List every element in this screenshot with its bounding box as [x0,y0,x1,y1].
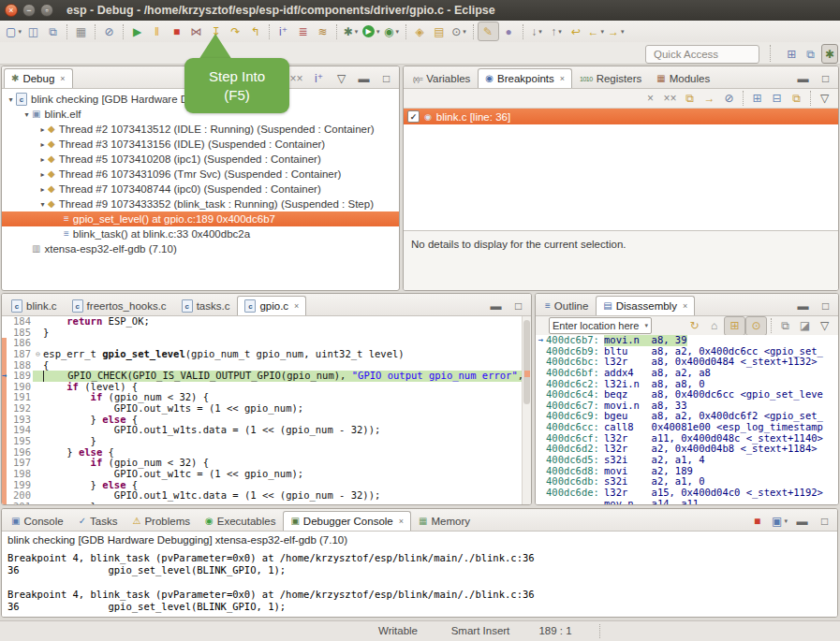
close-tab-icon[interactable]: × [560,74,565,83]
disassembly-line[interactable]: 400dc6bf:addx4 a8, a2, a8 [536,368,838,379]
tab-executables[interactable]: ◉Executables [198,511,283,531]
view-menu-icon[interactable]: ▽ [332,69,351,87]
open-resource-icon[interactable]: ▤ [430,22,449,40]
search-dropdown-icon[interactable]: ▾ [463,28,466,35]
remove-selected-breakpoints-icon[interactable]: × [641,90,660,108]
code-line[interactable]: 198 GPIO.out_w1tc = (1 << gpio_num); [2,469,522,480]
window-maximize-button[interactable]: ▫ [40,4,53,17]
tree-expander-icon[interactable]: ▸ [37,155,48,164]
maximize-icon[interactable]: □ [816,69,835,87]
instruction-stepping-mode-icon[interactable]: i⁺ [309,69,329,87]
code-text[interactable]: } [43,328,522,339]
maximize-icon[interactable]: □ [508,297,528,314]
tab-tasks[interactable]: ✓Tasks [71,511,125,531]
show-annotations-icon[interactable]: ● [499,22,519,40]
minimize-icon[interactable]: ▬ [793,297,813,314]
close-tab-icon[interactable]: × [683,301,687,311]
tree-expander-icon[interactable]: ▸ [37,125,48,134]
collapse-all-icon[interactable]: ⊟ [767,90,787,108]
disassembly-line[interactable]: 400dc6d5:s32i a2, a1, 4 [536,455,838,466]
close-tab-icon[interactable]: × [294,301,299,311]
code-line[interactable]: 201 } [2,502,522,504]
close-tab-icon[interactable]: × [399,517,404,526]
tree-expander-icon[interactable]: ▸ [37,185,48,194]
tab-disassembly[interactable]: ▤Disassembly× [596,296,695,315]
external-tools-dropdown-icon[interactable]: ▾ [396,28,400,35]
minimize-icon[interactable]: ▬ [354,69,374,87]
stack-frame-row-selected[interactable]: ≡gpio_set_level() at gpio.c:189 0x400dc6… [2,211,399,226]
tree-expander-icon[interactable]: ▾ [37,200,48,209]
debug-perspective-button[interactable]: ✱ [821,44,838,64]
resume-icon[interactable]: ▶ [127,22,147,40]
tab-debug[interactable]: ✱Debug× [4,68,73,88]
open-type-icon[interactable]: ◈ [410,22,430,40]
show-breakpoints-for-selection-icon[interactable]: ⧉ [680,90,700,108]
minimize-icon[interactable]: ▬ [792,512,812,530]
search-icon[interactable]: ⊙▾ [449,22,469,40]
tab-problems[interactable]: ⚠Problems [125,511,198,531]
link-with-debug-view-icon[interactable]: ⧉ [787,90,806,108]
change-annotation-marker[interactable] [524,371,530,377]
fold-marker-icon[interactable]: ⊖ [33,349,43,360]
code-text[interactable]: } [43,502,522,504]
disassembly-listing[interactable]: →400dc6b7:movi.n a8, 39400dc6b9:bltu a8,… [536,335,838,504]
previous-annotation-icon[interactable]: ↑▾ [547,22,567,40]
tree-expander-icon[interactable]: ▾ [22,110,32,119]
breakpoint-checkbox[interactable]: ✓ [407,110,420,123]
new-wizard-icon[interactable]: ▢▾ [4,22,23,40]
show-opcodes-icon[interactable]: ⊞ [724,316,745,336]
code-line[interactable]: 185} [2,328,522,339]
console-output[interactable]: Breakpoint 4, blink_task (pvParameter=0x… [2,552,837,617]
line-number[interactable]: 198 [7,469,33,480]
skip-all-breakpoints-icon[interactable]: ⊘ [99,22,119,40]
disassembly-line[interactable]: 400dc6de:l32r a15, 0x400d04c0 <_stext+11… [536,488,838,499]
line-number[interactable]: 187 [7,349,33,360]
view-menu-icon[interactable]: ▽ [815,90,834,108]
code-text[interactable]: return ESP_OK; [43,316,522,328]
new-wizard-dropdown-icon[interactable]: ▾ [18,28,22,35]
code-editor[interactable]: 184 return ESP_OK;185}186187⊖esp_err_t g… [2,316,522,504]
disassembly-line-current[interactable]: →400dc6b7:movi.n a8, 39 [536,335,838,346]
debug-tree-row[interactable]: ≡blink_task() at blink.c:33 0x400dbc2a [2,226,399,241]
terminate-icon[interactable]: ■ [167,22,186,40]
maximize-icon[interactable]: □ [815,512,834,530]
maximize-icon[interactable]: □ [816,297,835,314]
remove-all-terminated-icon[interactable]: ×× [287,69,306,87]
debug-history-dropdown-icon[interactable]: ▾ [355,28,359,35]
tree-expander-icon[interactable]: ▸ [37,170,48,179]
terminate-console-icon[interactable]: ■ [747,512,767,530]
refresh-view-icon[interactable]: ↻ [685,317,704,335]
code-line[interactable]: 184 return ESP_OK; [2,316,522,328]
step-return-icon[interactable]: ↰ [245,22,265,40]
back-dropdown-icon[interactable]: ▾ [601,28,605,35]
scrollbar-thumb[interactable] [523,320,530,404]
line-number[interactable]: 201 [7,502,33,504]
remove-all-breakpoints-icon[interactable]: ×× [660,90,680,108]
code-text[interactable]: } [43,436,522,447]
tab-gpio-c[interactable]: cgpio.c× [237,296,306,315]
location-combo[interactable]: Enter location here ▾ [549,317,652,334]
code-line[interactable]: 187⊖esp_err_t gpio_set_level(gpio_num_t … [2,349,522,360]
go-to-file-for-breakpoint-icon[interactable]: → [700,90,719,108]
tab-tasks-c[interactable]: ctasks.c [174,296,238,315]
debug-tree-row[interactable]: ▸◆Thread #6 1073431096 (Tmr Svc) (Suspen… [2,167,399,182]
toggle-mark-occurrences-icon[interactable]: ✎ [478,22,499,41]
debug-tree-row[interactable]: ▸◆Thread #7 1073408744 (ipc0) (Suspended… [2,182,399,197]
save-all-icon[interactable]: ⧉ [43,22,63,40]
use-step-filters-icon[interactable]: ≋ [313,22,332,40]
pin-view-icon[interactable]: ◪ [795,317,815,335]
window-close-button[interactable]: × [5,4,18,17]
instruction-stepping-icon[interactable]: i⁺ [273,22,293,40]
run-history-dropdown-icon[interactable]: ▾ [376,28,380,35]
tab-registers[interactable]: 1010Registers [572,68,649,88]
cpp-perspective-button[interactable]: ⧉ [803,44,818,64]
breakpoint-row-selected[interactable]: ✓◉blink.c [line: 36] [404,109,838,124]
display-selected-console-icon[interactable]: ▣▾ [770,512,789,530]
minimize-icon[interactable]: ▬ [486,297,506,314]
next-annotation-icon[interactable]: ↓▾ [527,22,547,40]
tab-modules[interactable]: ▦Modules [649,68,717,88]
combo-dropdown-icon[interactable]: ▾ [644,322,648,329]
tree-expander-icon[interactable]: ▾ [6,95,16,104]
debug-tree-row[interactable]: ▸◆Thread #2 1073413512 (IDLE : Running) … [2,122,399,137]
tab-freertos-hooks-c[interactable]: cfreertos_hooks.c [65,296,174,315]
